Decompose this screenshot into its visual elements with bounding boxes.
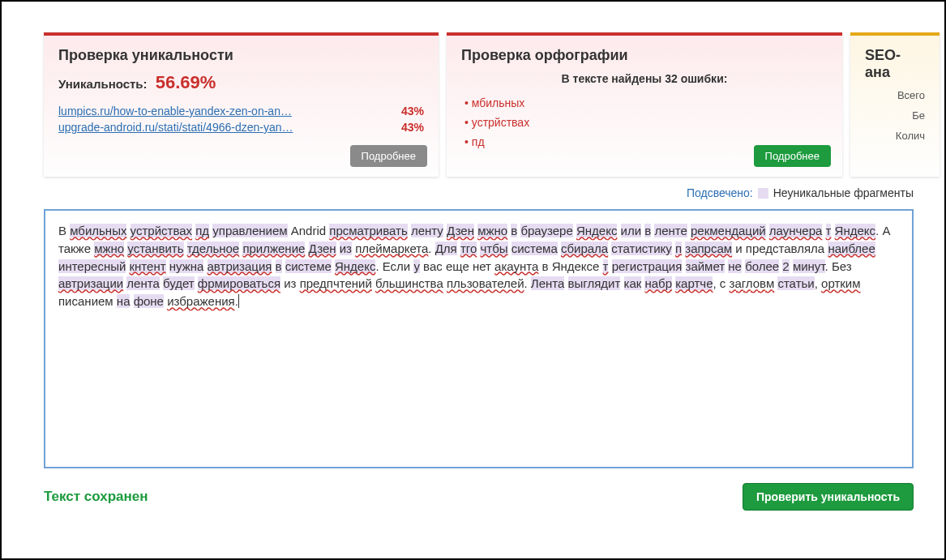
seo-line: Бе <box>865 109 925 122</box>
spelling-more-button[interactable]: Подробнее <box>754 145 831 167</box>
bottom-bar: Текст сохранен Проверить уникальность <box>44 483 914 511</box>
uniqueness-panel: Проверка уникальности Уникальность: 56.6… <box>44 32 439 177</box>
match-row: upgrade-android.ru/stati/stati/4966-dzen… <box>58 121 424 134</box>
spelling-error-item: устрйствах <box>461 116 828 129</box>
spelling-subtitle: В тексте найдены 32 ошибки: <box>461 72 828 85</box>
match-row: lumpics.ru/how-to-enable-yandex-zen-on-a… <box>58 105 424 118</box>
legend-swatch <box>758 188 768 199</box>
seo-line: Всего <box>865 89 925 101</box>
match-percent: 43% <box>401 121 424 134</box>
saved-message: Текст сохранен <box>44 489 148 505</box>
legend-text: Неуникальные фрагменты <box>773 186 914 199</box>
match-link[interactable]: upgrade-android.ru/stati/stati/4966-dzen… <box>58 121 293 134</box>
spelling-error-list: мбильных устрйствах пд <box>461 96 828 148</box>
legend-label[interactable]: Подсвечено: <box>687 186 753 199</box>
uniqueness-label: Уникальность: <box>58 77 148 91</box>
match-link[interactable]: lumpics.ru/how-to-enable-yandex-zen-on-a… <box>58 105 292 118</box>
text-editor[interactable]: В мбильных устрйствах пд управлением And… <box>44 209 914 468</box>
highlight-legend: Подсвечено: Неуникальные фрагменты <box>2 177 944 206</box>
uniqueness-title: Проверка уникальности <box>58 47 424 64</box>
match-percent: 43% <box>401 105 424 118</box>
uniqueness-score-line: Уникальность: 56.69% <box>58 72 424 93</box>
seo-line: Колич <box>865 130 925 142</box>
check-uniqueness-button[interactable]: Проверить уникальность <box>743 483 914 511</box>
uniqueness-percent: 56.69% <box>156 72 216 92</box>
spelling-panel: Проверка орфографии В тексте найдены 32 … <box>447 32 842 177</box>
seo-title: SEO-ана <box>865 47 925 81</box>
uniqueness-more-button[interactable]: Подробнее <box>350 145 427 167</box>
spelling-title: Проверка орфографии <box>461 47 828 64</box>
seo-panel: SEO-ана Всего Бе Колич <box>850 32 940 177</box>
spelling-error-item: мбильных <box>461 96 828 109</box>
